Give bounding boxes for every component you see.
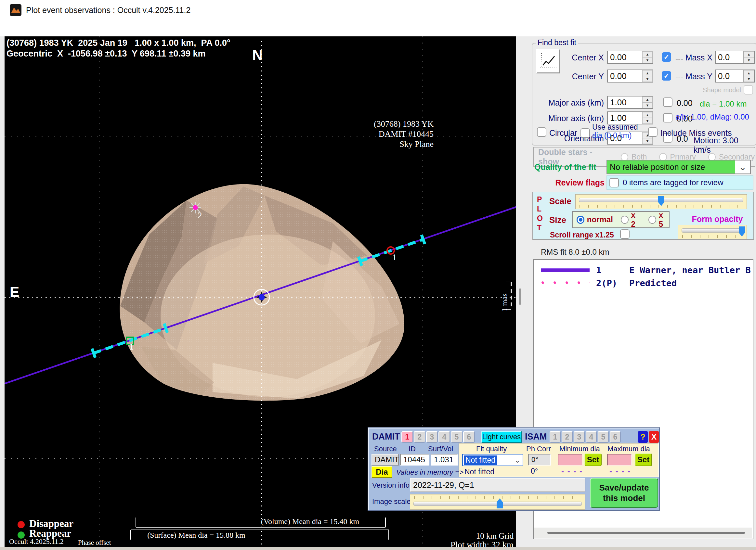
legend-item[interactable]: 2(P) Predicted <box>534 277 753 290</box>
grid-scale-label: 10 km Grid <box>434 531 514 541</box>
arrow-down-icon[interactable]: ▼ <box>642 57 653 63</box>
center-y-value[interactable]: 0.00 <box>608 70 642 82</box>
version-info-field[interactable]: 2022-11-29, Q=1 <box>410 478 585 492</box>
isam-model-2-button[interactable]: 2 <box>562 431 573 443</box>
minor-axis-value[interactable]: 1.00 <box>608 112 642 124</box>
arrow-down-icon[interactable]: ▼ <box>642 76 653 82</box>
arrow-up-icon[interactable]: ▲ <box>744 51 754 57</box>
center-y-spinner[interactable]: 0.00 ▲▼ <box>607 70 653 83</box>
isam-model-3-button[interactable]: 3 <box>574 431 585 443</box>
scroll-range-label: Scroll range x1.25 <box>550 231 614 240</box>
menubar: with Plot... Plot options... ?Help Keep … <box>0 20 756 36</box>
arrow-up-icon[interactable]: ▲ <box>642 70 653 76</box>
save-update-model-button[interactable]: Save/update this model <box>590 478 658 508</box>
panel-divider-handle[interactable] <box>519 288 521 305</box>
scale-label: Scale <box>549 196 571 206</box>
center-x-value[interactable]: 0.00 <box>608 51 642 63</box>
mass-x-spinner[interactable]: 0.0 ▲▼ <box>715 51 755 64</box>
arrow-up-icon[interactable]: ▲ <box>744 70 754 76</box>
mass-x-value[interactable]: 0.0 <box>716 51 743 63</box>
min-dia-field[interactable] <box>558 454 582 465</box>
scale-slider[interactable] <box>575 194 747 209</box>
form-opacity-slider[interactable] <box>678 225 747 239</box>
size-x2-label: x 2 <box>631 211 641 229</box>
source-field[interactable]: DAMIT <box>371 454 399 465</box>
mass-y-value[interactable]: 0.0 <box>716 70 743 82</box>
surfvol-field[interactable]: 1.031 <box>431 454 458 465</box>
arrow-up-icon[interactable]: ▲ <box>642 97 653 102</box>
major-axis-value[interactable]: 1.00 <box>608 97 642 108</box>
image-scale-slider[interactable] <box>410 494 585 510</box>
center-y-checkbox[interactable]: ✓ <box>662 71 671 81</box>
id-field[interactable]: 10445 <box>400 454 429 465</box>
damit-help-button[interactable]: ? <box>638 431 648 443</box>
object-name: (30768) 1983 YK <box>297 119 434 129</box>
scroll-range-checkbox[interactable] <box>620 229 630 239</box>
use-assumed-checkbox[interactable] <box>580 128 590 138</box>
arrow-down-icon[interactable]: ▼ <box>642 102 653 108</box>
legend-item[interactable]: 1 E Warner, near Butler B <box>534 264 753 277</box>
circular-checkbox[interactable] <box>537 127 546 137</box>
arrow-down-icon[interactable]: ▼ <box>642 118 653 124</box>
isam-model-1-button[interactable]: 1 <box>550 431 561 443</box>
major-axis-spinner[interactable]: 1.00 ▲▼ <box>607 96 653 109</box>
dia-button[interactable]: Dia <box>371 466 392 478</box>
chord2-swatch <box>541 281 590 284</box>
fit-quality-label: Fit quality <box>476 445 507 453</box>
light-curves-button[interactable]: Light curves <box>481 431 522 443</box>
arrow-down-icon[interactable]: ▼ <box>744 57 754 63</box>
center-x-checkbox[interactable]: ✓ <box>662 52 671 62</box>
center-x-spinner[interactable]: 0.00 ▲▼ <box>607 51 653 64</box>
include-miss-checkbox[interactable] <box>648 127 658 137</box>
minor-axis-checkbox[interactable] <box>663 113 672 123</box>
chevron-down-icon[interactable]: ⌄ <box>514 455 521 465</box>
form-opacity-ticks <box>682 235 743 238</box>
form-opacity-track[interactable] <box>682 229 743 233</box>
isam-model-6-button[interactable]: 6 <box>610 431 621 443</box>
form-opacity-label: Form opacity <box>683 215 751 224</box>
disappear-legend-icon <box>18 521 25 528</box>
legend-scrollbar-thumb[interactable] <box>547 532 745 534</box>
size-x5-radio[interactable] <box>648 216 656 224</box>
damit-model-1-button[interactable]: 1 <box>401 431 413 443</box>
max-dia-field[interactable] <box>607 454 632 465</box>
damit-title: DAMIT <box>372 432 400 442</box>
damit-model-2-button[interactable]: 2 <box>414 431 425 443</box>
size-x2-radio[interactable] <box>621 216 629 224</box>
review-flags-checkbox[interactable] <box>609 178 619 188</box>
quality-of-fit-label: Quality of the fit <box>534 163 605 172</box>
shape-model-checkbox[interactable] <box>744 85 753 95</box>
size-label: Size <box>549 215 566 225</box>
damit-close-button[interactable]: X <box>649 431 659 443</box>
image-scale-ticks <box>414 496 581 499</box>
arrow-up-icon[interactable]: ▲ <box>642 112 653 118</box>
mass-y-spinner[interactable]: 0.0 ▲▼ <box>715 70 755 83</box>
isam-model-5-button[interactable]: 5 <box>598 431 609 443</box>
set-max-dia-button[interactable]: Set <box>635 453 652 466</box>
minor-axis-label: Minor axis (km) <box>533 114 604 123</box>
fit-quality-dropdown[interactable]: Not fitted ⌄ <box>462 454 523 466</box>
image-scale-thumb[interactable] <box>497 498 503 508</box>
north-label: N <box>252 47 263 63</box>
size-normal-radio[interactable] <box>577 216 584 224</box>
arrow-down-icon[interactable]: ▼ <box>744 76 754 82</box>
ph-corr-field[interactable]: 0° <box>528 454 551 465</box>
chord1-label-left: 1 <box>129 342 134 352</box>
chevron-down-icon[interactable]: ⌄ <box>735 161 750 174</box>
damit-model-3-button[interactable]: 3 <box>426 431 438 443</box>
version-info-label: Version info <box>372 481 410 490</box>
source-label: Source <box>374 445 397 453</box>
mass-x-label: Mass X <box>684 53 712 62</box>
damit-model-5-button[interactable]: 5 <box>451 431 463 443</box>
major-axis-checkbox[interactable] <box>663 98 672 107</box>
legend-horizontal-scrollbar[interactable] <box>534 528 752 538</box>
arrow-up-icon[interactable]: ▲ <box>642 51 653 57</box>
size-radio-group: normal x 2 x 5 <box>572 211 670 228</box>
isam-model-4-button[interactable]: 4 <box>586 431 597 443</box>
arrow-down-icon[interactable]: ▼ <box>642 138 653 144</box>
set-min-dia-button[interactable]: Set <box>584 453 602 466</box>
damit-model-6-button[interactable]: 6 <box>463 431 475 443</box>
minor-axis-spinner[interactable]: 1.00 ▲▼ <box>607 111 653 124</box>
quality-of-fit-dropdown[interactable]: No reliable position or size ⌄ <box>606 160 751 174</box>
damit-model-4-button[interactable]: 4 <box>438 431 450 443</box>
